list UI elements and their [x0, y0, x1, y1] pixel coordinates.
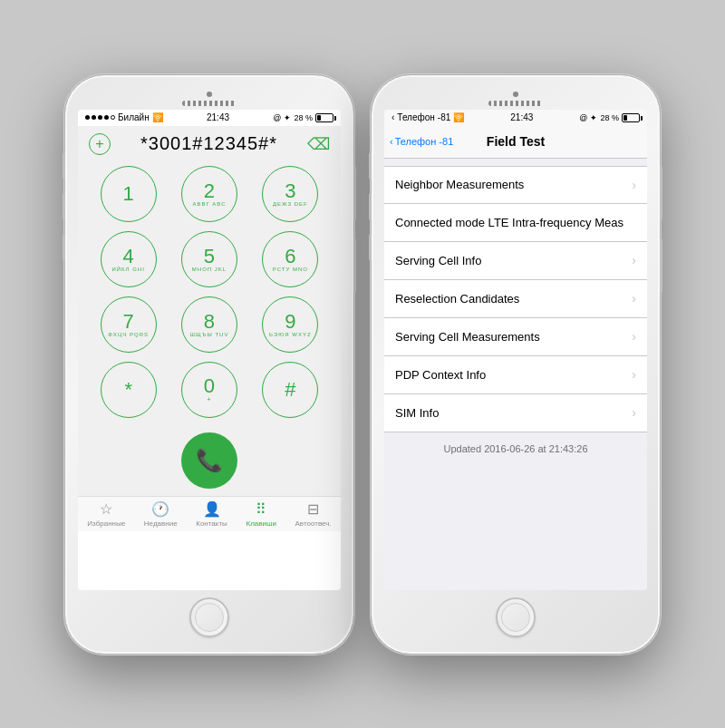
updated-timestamp: Updated 2016-06-26 at 21:43:26: [443, 443, 587, 454]
tab-recents[interactable]: 🕐 Недавние: [144, 500, 178, 528]
favorites-icon: ☆: [100, 500, 112, 518]
status-right-2: @ ✦ 28 %: [579, 113, 640, 122]
keypad-icon: ⠿: [256, 500, 266, 518]
phone-icon: 📞: [196, 448, 223, 473]
contacts-icon: 👤: [203, 500, 221, 518]
footer-text: Updated 2016-06-26 at 21:43:26: [384, 432, 647, 465]
key-0[interactable]: 0 +: [181, 362, 237, 418]
iphone-bottom-2: [384, 590, 647, 641]
back-label: Телефон -81: [395, 136, 454, 147]
back-chevron: ‹: [390, 136, 393, 147]
key-5[interactable]: 5 МНОП JKL: [181, 231, 237, 287]
add-contact-button[interactable]: +: [89, 133, 111, 155]
delete-button[interactable]: ⌫: [307, 134, 330, 154]
menu-item-label-sm: Serving Cell Measurements: [395, 330, 540, 344]
status-right: @ ✦ 28 %: [273, 113, 334, 122]
menu-item-label: Neighbor Measurements: [395, 178, 524, 191]
tab-favorites-label: Избранные: [87, 519, 125, 528]
iphone-dialer: Билайн 🛜 21:43 @ ✦ 28 % +: [64, 74, 354, 655]
iphone-fieldtest: ‹ Телефон -81 🛜 21:43 @ ✦ 28 %: [371, 74, 661, 655]
call-button[interactable]: 📞: [181, 432, 237, 489]
dialer-input-area: + *3001#12345#* ⌫: [78, 126, 341, 160]
tab-keypad[interactable]: ⠿ Клавиши: [246, 500, 276, 528]
tab-voicemail-label: Автоотвеч.: [295, 519, 332, 528]
signal-dot-3: [98, 115, 102, 120]
speaker-grille: [182, 101, 237, 106]
tab-contacts-label: Контакты: [196, 519, 227, 528]
tab-bar: ☆ Избранные 🕐 Недавние 👤 Контакты ⠿ Клав…: [78, 496, 341, 531]
key-1[interactable]: 1: [101, 166, 157, 222]
menu-item-neighbor[interactable]: Neighbor Measurements ›: [384, 166, 647, 204]
wifi-icon: 🛜: [152, 112, 163, 122]
signal-dot-5: [111, 115, 115, 120]
chevron-icon-sc: ›: [632, 253, 636, 267]
menu-item-serving-cell[interactable]: Serving Cell Info ›: [384, 242, 647, 280]
location-icon: @: [273, 113, 281, 122]
key-6[interactable]: 6 РСТУ MNO: [262, 231, 318, 287]
voicemail-icon: ⊟: [307, 500, 319, 518]
dialer-number-display: *3001#12345#*: [140, 133, 277, 154]
plus-icon: +: [95, 136, 103, 152]
menu-item-pdp[interactable]: PDP Context Info ›: [384, 356, 647, 394]
key-3[interactable]: 3 ДЕЖЗ DEF: [262, 166, 318, 222]
home-button[interactable]: [189, 597, 229, 637]
nav-bar: ‹ Телефон -81 Field Test: [384, 126, 647, 159]
menu-item-sim[interactable]: SIM Info ›: [384, 394, 647, 432]
battery-fill-2: [624, 115, 627, 121]
iphone-bottom: [78, 590, 341, 641]
field-test-list: Neighbor Measurements › Connected mode L…: [384, 159, 647, 590]
menu-item-label-sim: SIM Info: [395, 406, 439, 420]
iphone-top: [78, 86, 341, 110]
battery-fill: [317, 115, 321, 121]
call-button-area: 📞: [78, 427, 341, 496]
dialer-screen: Билайн 🛜 21:43 @ ✦ 28 % +: [78, 110, 341, 590]
battery-icon-2: [622, 113, 640, 122]
list-spacer-top: [384, 159, 647, 166]
page-title: Field Test: [487, 134, 545, 149]
home-button-inner: [195, 603, 224, 632]
bluetooth-icon: ✦: [284, 113, 291, 122]
menu-item-lte[interactable]: Connected mode LTE Intra-frequency Meas: [384, 204, 647, 242]
battery-percent-2: 28 %: [600, 113, 619, 122]
front-camera-2: [513, 92, 518, 97]
chevron-icon-rs: ›: [632, 291, 636, 306]
key-2[interactable]: 2 АБВГ АВС: [181, 166, 237, 222]
menu-item-label-sc: Serving Cell Info: [395, 254, 481, 267]
key-4[interactable]: 4 ИЙКЛ GHI: [101, 231, 157, 287]
menu-item-serving-measurements[interactable]: Serving Cell Measurements ›: [384, 318, 647, 356]
iphone-top-2: [384, 86, 647, 110]
key-star[interactable]: *: [101, 362, 157, 418]
status-time: 21:43: [207, 112, 229, 122]
battery-icon: [315, 113, 334, 122]
signal-dot-4: [104, 115, 109, 120]
signal-dot-1: [85, 115, 90, 120]
bluetooth-icon-2: ✦: [590, 113, 597, 122]
carrier-name-2: Телефон: [397, 112, 434, 122]
status-time-2: 21:43: [510, 112, 533, 122]
chevron-icon-sm: ›: [632, 329, 636, 344]
tab-voicemail[interactable]: ⊟ Автоотвеч.: [295, 500, 332, 528]
home-button-2[interactable]: [496, 597, 536, 637]
back-chevron-icon: ‹: [392, 112, 394, 122]
tab-recents-label: Недавние: [144, 519, 178, 528]
back-button[interactable]: ‹ Телефон -81: [390, 136, 453, 147]
menu-item-reselection[interactable]: Reselection Candidates ›: [384, 280, 647, 318]
status-bar-2: ‹ Телефон -81 🛜 21:43 @ ✦ 28 %: [384, 110, 647, 126]
status-left-2: ‹ Телефон -81 🛜: [392, 112, 464, 122]
key-hash[interactable]: #: [262, 362, 318, 418]
key-8[interactable]: 8 ШЩЪЫ TUV: [181, 296, 237, 353]
chevron-icon-pdp: ›: [632, 367, 636, 382]
keypad: 1 2 АБВГ АВС 3 ДЕЖЗ DEF 4 ИЙКЛ GHI 5: [78, 160, 341, 427]
chevron-icon: ›: [632, 178, 636, 192]
menu-item-label-lte: Connected mode LTE Intra-frequency Meas: [395, 216, 624, 229]
tab-contacts[interactable]: 👤 Контакты: [196, 500, 227, 528]
key-7[interactable]: 7 ФХЦЧ PQRS: [101, 296, 157, 353]
battery-percent: 28 %: [294, 113, 313, 122]
front-camera: [207, 92, 212, 97]
speaker-grille-2: [488, 101, 543, 106]
menu-item-label-rs: Reselection Candidates: [395, 292, 519, 306]
key-9[interactable]: 9 ЬЭЮЯ WXYZ: [262, 296, 318, 353]
tab-favorites[interactable]: ☆ Избранные: [87, 500, 125, 528]
signal-db: -81: [438, 112, 450, 122]
menu-section: Neighbor Measurements › Connected mode L…: [384, 166, 647, 432]
